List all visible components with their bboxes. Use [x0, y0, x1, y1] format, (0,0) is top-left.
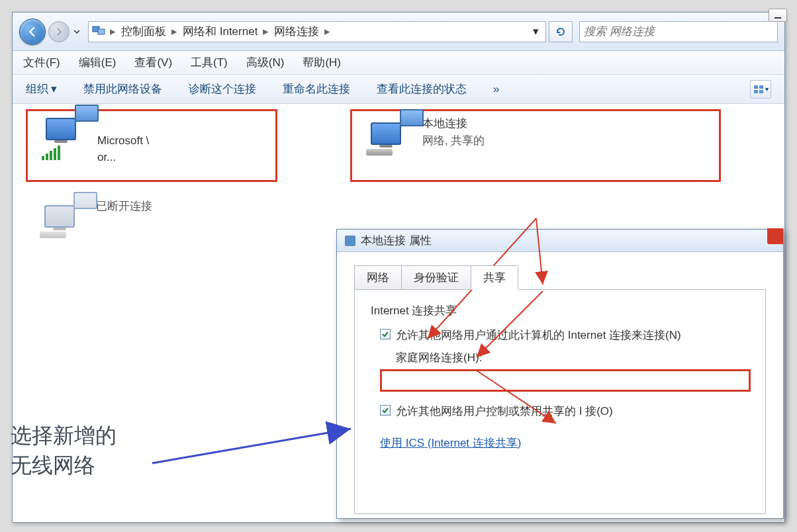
connection-status: 网络, 共享的 [422, 132, 516, 150]
menu-advanced[interactable]: 高级(N) [246, 55, 285, 70]
breadcrumb-arrow-icon: ▸ [171, 24, 177, 38]
view-options-button[interactable]: ▾ [750, 80, 771, 99]
menu-file[interactable]: 文件(F) [23, 55, 60, 70]
search-box[interactable] [579, 21, 778, 42]
menu-help[interactable]: 帮助(H) [303, 55, 341, 70]
allow-control-label: 允许其他网络用户控制或禁用共享的 I 接(O) [396, 404, 613, 420]
menu-bar: 文件(F) 编辑(E) 查看(V) 工具(T) 高级(N) 帮助(H) [13, 51, 784, 75]
svg-rect-2 [754, 85, 758, 89]
section-label: Internet 连接共享 [371, 303, 749, 318]
connection-item-lan[interactable]: 本地连接 网络, 共享的 [350, 109, 721, 182]
menu-tools[interactable]: 工具(T) [191, 55, 228, 70]
network-connections-icon [91, 24, 107, 39]
breadcrumb-arrow-icon: ▸ [263, 24, 269, 38]
breadcrumb-seg[interactable]: 网络和 Internet [177, 24, 263, 39]
breadcrumb-arrow-icon: ▸ [324, 24, 330, 38]
search-input[interactable] [584, 25, 773, 38]
tab-auth[interactable]: 身份验证 [401, 265, 471, 290]
connection-status: 已断开连接 [96, 198, 152, 215]
connection-ssid-blurred [97, 115, 271, 132]
close-button[interactable] [767, 228, 783, 244]
ics-link[interactable]: 使用 ICS (Internet 连接共享) [380, 435, 521, 451]
disconnected-adapter-icon [30, 198, 89, 245]
network-icon [345, 236, 355, 246]
dialog-title: 本地连接 属性 [361, 233, 432, 248]
svg-rect-1 [98, 29, 105, 34]
command-bar: 组织▾ 禁用此网络设备 诊断这个连接 重命名此连接 查看此连接的状态 » ▾ [13, 75, 784, 104]
svg-rect-4 [754, 90, 758, 93]
cmd-rename[interactable]: 重命名此连接 [283, 81, 350, 97]
allow-control-checkbox[interactable] [380, 405, 391, 416]
address-dropdown-icon[interactable]: ▾ [529, 24, 543, 38]
annotation-text: 选择新增的 无线网络 [11, 421, 117, 480]
allow-sharing-checkbox[interactable] [380, 329, 391, 339]
back-button[interactable] [19, 19, 46, 45]
svg-rect-5 [759, 90, 763, 93]
adapter-name: Microsoft \ [97, 134, 149, 147]
cmd-more[interactable]: » [493, 83, 499, 96]
breadcrumb-seg[interactable]: 控制面板 [116, 24, 171, 39]
ethernet-cable-icon [40, 232, 66, 238]
cmd-diagnose[interactable]: 诊断这个连接 [189, 81, 256, 97]
adapter-suffix: or... [97, 151, 116, 163]
connection-name: 本地连接 [422, 115, 516, 132]
refresh-button[interactable] [549, 21, 573, 42]
signal-bars-icon [42, 146, 60, 160]
minimize-button[interactable] [769, 9, 787, 22]
home-network-combo[interactable] [380, 369, 751, 392]
menu-view[interactable]: 查看(V) [134, 55, 172, 70]
forward-button[interactable] [48, 21, 70, 42]
nav-bar: ▸ 控制面板 ▸ 网络和 Internet ▸ 网络连接 ▸ ▾ [13, 13, 784, 51]
properties-dialog: 本地连接 属性 网络 身份验证 共享 Internet 连接共享 允许其他网络用… [336, 229, 784, 519]
chevron-down-icon: ▾ [765, 85, 769, 93]
chevron-down-icon: ▾ [51, 82, 57, 96]
window-controls [769, 9, 787, 22]
nav-history-dropdown[interactable] [71, 28, 83, 35]
sharing-panel: Internet 连接共享 允许其他网络用户通过此计算机的 Internet 连… [354, 289, 766, 514]
lan-adapter-icon [356, 115, 416, 163]
cmd-disable[interactable]: 禁用此网络设备 [83, 81, 162, 97]
dialog-titlebar[interactable]: 本地连接 属性 [337, 230, 783, 252]
adapter-name-blurred [422, 149, 516, 166]
breadcrumb-seg[interactable]: 网络连接 [269, 24, 324, 39]
home-network-label: 家庭网络连接(H): [396, 350, 749, 365]
ethernet-cable-icon [366, 149, 393, 155]
breadcrumb-arrow-icon: ▸ [110, 24, 116, 38]
cmd-organize[interactable]: 组织▾ [26, 81, 57, 97]
tab-network[interactable]: 网络 [354, 265, 402, 290]
tab-strip: 网络 身份验证 共享 [337, 252, 783, 290]
wifi-adapter-icon [32, 115, 91, 163]
connection-item-wifi[interactable]: Microsoft \ or... [26, 109, 277, 182]
address-bar[interactable]: ▸ 控制面板 ▸ 网络和 Internet ▸ 网络连接 ▸ ▾ [88, 21, 546, 42]
tab-sharing[interactable]: 共享 [471, 265, 518, 290]
svg-rect-3 [759, 85, 763, 89]
cmd-status[interactable]: 查看此连接的状态 [377, 81, 467, 97]
allow-sharing-label: 允许其他网络用户通过此计算机的 Internet 连接来连接(N) [396, 328, 681, 343]
menu-edit[interactable]: 编辑(E) [79, 55, 117, 70]
connection-item-disconnected[interactable]: 已断开连接 [26, 194, 277, 249]
adapter-name-blurred [96, 215, 152, 232]
